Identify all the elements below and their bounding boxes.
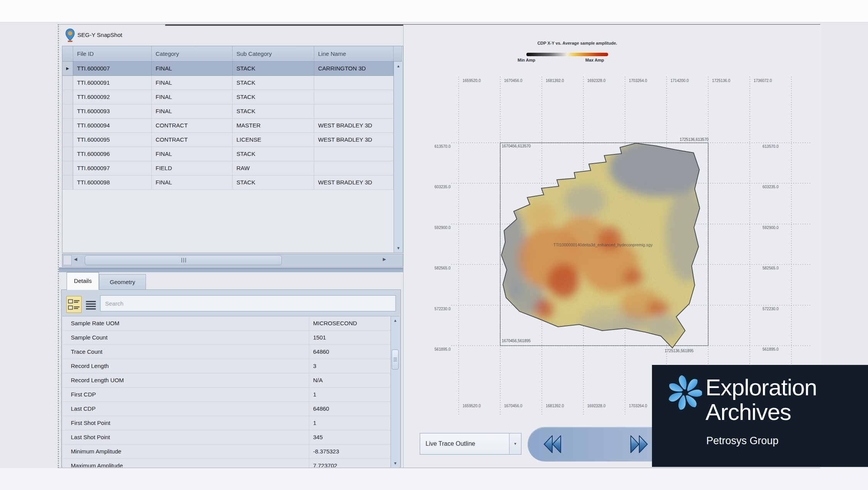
header-filler (394, 46, 402, 62)
rewind-button[interactable] (542, 435, 562, 454)
scroll-down-icon[interactable]: ▼ (394, 246, 403, 250)
property-grid-scrollbar[interactable]: ▲ ▼ (390, 316, 400, 467)
cell-sub-category: STACK (233, 76, 314, 90)
property-row[interactable]: Trace Count 64860 (62, 345, 400, 359)
table-row[interactable]: TTI.6000094 CONTRACT MASTER WEST BRADLEY… (62, 119, 403, 133)
property-label: Record Length UOM (62, 373, 309, 388)
cell-line-name (314, 104, 394, 119)
table-row[interactable]: TTI.6000095 CONTRACT LICENSE WEST BRADLE… (62, 133, 403, 147)
y-tick-label: 613570.0 (427, 144, 451, 149)
y-tick-label: 613570.0 (762, 144, 779, 149)
row-indicator (62, 147, 73, 161)
cell-sub-category: STACK (233, 104, 314, 119)
property-row[interactable]: First CDP 1 (62, 388, 400, 402)
y-tick-label: 561895.0 (762, 347, 779, 351)
x-tick-label: 1670456.0 (504, 404, 522, 408)
property-row[interactable]: Maximum Amplitude 7.723702 (62, 459, 400, 467)
property-value: 3 (309, 359, 390, 373)
pane-splitter[interactable] (59, 268, 403, 272)
scroll-up-icon[interactable]: ▲ (391, 318, 400, 323)
property-label: First Shot Point (62, 416, 309, 430)
table-row[interactable]: TTI.6000091 FINAL STACK (62, 76, 403, 90)
screenshot-root: SEG-Y SnapShot – □ ✕ File ID Category Su… (0, 0, 868, 490)
cell-line-name: WEST BRADLEY 3D (314, 119, 394, 133)
scroll-up-icon[interactable]: ▲ (394, 64, 403, 68)
table-row[interactable]: TTI.6000097 FIELD RAW (62, 161, 403, 176)
property-value: 64860 (309, 402, 390, 416)
scroll-down-icon[interactable]: ▼ (391, 461, 400, 465)
cell-category: CONTRACT (152, 133, 233, 147)
cell-sub-category: STACK (233, 147, 314, 161)
property-value: 1 (309, 416, 390, 430)
tab-details[interactable]: Details (67, 272, 99, 290)
property-grid: Sample Rate UOM MICROSECOND Sample Count… (62, 316, 400, 467)
cell-file-id: TTI.6000094 (73, 119, 152, 133)
corner-label-top-right: 1725136,613570 (651, 137, 709, 142)
corner-label-bottom-left: 1670456,561895 (502, 339, 531, 343)
property-label: Sample Rate UOM (62, 316, 309, 331)
table-row[interactable]: TTI.6000093 FINAL STACK (62, 104, 403, 119)
fast-forward-button[interactable] (629, 435, 649, 454)
cell-file-id: TTI.6000092 (73, 90, 152, 104)
property-row[interactable]: Sample Count 1501 (62, 331, 400, 345)
tab-geometry[interactable]: Geometry (99, 274, 146, 290)
cell-sub-category: LICENSE (233, 133, 314, 147)
top-band (0, 0, 868, 22)
cell-file-id: TTI.6000095 (73, 133, 152, 147)
scrollbar-thumb[interactable] (392, 350, 399, 370)
cell-file-id: TTI.6000091 (73, 76, 152, 90)
property-value: 1 (309, 388, 390, 402)
property-row[interactable]: Record Length 3 (62, 359, 400, 373)
files-table: File ID Category Sub Category Line Name … (62, 46, 403, 253)
column-header-file-id[interactable]: File ID (73, 46, 152, 62)
property-label: Sample Count (62, 331, 309, 345)
property-value: 7.723702 (309, 459, 390, 467)
categorized-view-button[interactable] (66, 296, 82, 313)
scroll-left-icon[interactable]: ◀ (74, 257, 77, 262)
property-row[interactable]: Sample Rate UOM MICROSECOND (62, 316, 400, 331)
x-tick-label: 1681392.0 (546, 404, 564, 408)
thumb-grip-icon (181, 258, 186, 263)
column-header-line-name[interactable]: Line Name (314, 46, 394, 62)
column-header-sub-category[interactable]: Sub Category (233, 46, 314, 62)
table-row[interactable]: TTI.6000096 FINAL STACK (62, 147, 403, 161)
property-row[interactable]: Minimum Amplitude -8.375323 (62, 445, 400, 459)
y-tick-label: 572230.0 (427, 307, 451, 311)
cell-category: FIELD (152, 161, 233, 176)
list-view-button[interactable] (85, 298, 98, 313)
scroll-right-icon[interactable]: ▶ (383, 257, 386, 262)
search-input[interactable] (100, 295, 396, 311)
vertical-scrollbar[interactable]: ▲ ▼ (394, 62, 403, 253)
property-row[interactable]: Last CDP 64860 (62, 402, 400, 416)
chevron-down-icon: ▼ (509, 433, 521, 454)
horizontal-scrollbar[interactable]: ◀ ▶ (62, 254, 403, 267)
property-row[interactable]: Last Shot Point 345 (62, 430, 400, 445)
branding-overlay: Exploration Archives Petrosys Group (652, 365, 868, 467)
cell-line-name (314, 161, 394, 176)
table-row[interactable]: TTI.6000092 FINAL STACK (62, 90, 403, 104)
scrollbar-thumb[interactable] (85, 255, 282, 265)
overlay-mode-select[interactable]: Live Trace Outline ▼ (420, 433, 521, 455)
cell-sub-category: MASTER (233, 119, 314, 133)
list-view-icon (85, 298, 97, 312)
table-row[interactable]: ▶ TTI.6000007 FINAL STACK CARRINGTON 3D (62, 62, 403, 76)
property-row[interactable]: First Shot Point 1 (62, 416, 400, 430)
property-row[interactable]: Record Length UOM N/A (62, 373, 400, 388)
cell-category: FINAL (152, 62, 233, 76)
combo-dropdown-button[interactable]: ▼ (509, 433, 521, 454)
x-tick-label: 1725136.0 (712, 79, 730, 83)
property-label: Maximum Amplitude (62, 459, 309, 467)
legend-min-label: Min Amp (518, 58, 535, 62)
cell-sub-category: STACK (233, 90, 314, 104)
details-panel: Sample Rate UOM MICROSECOND Sample Count… (61, 289, 401, 467)
y-tick-label: 582565.0 (427, 266, 451, 270)
x-tick-label: 1692328.0 (587, 79, 605, 83)
cell-category: FINAL (152, 76, 233, 90)
x-tick-label: 1692328.0 (587, 404, 605, 408)
x-tick-label: 1736072.0 (754, 79, 772, 83)
row-indicator (62, 90, 73, 104)
x-tick-label: 1681392.0 (546, 79, 564, 83)
column-header-category[interactable]: Category (152, 46, 233, 62)
table-row[interactable]: TTI.6000098 FINAL STACK WEST BRADLEY 3D (62, 176, 403, 190)
cell-file-id: TTI.6000007 (73, 62, 152, 76)
